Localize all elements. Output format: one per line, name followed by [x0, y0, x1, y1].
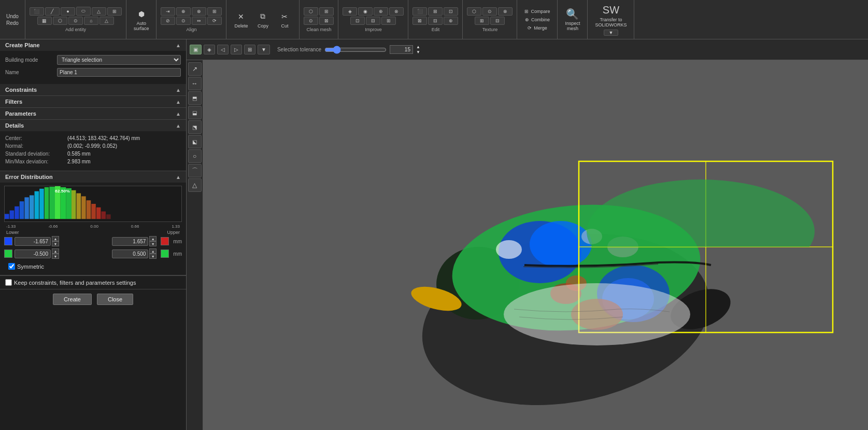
green-lower-input[interactable]	[15, 249, 51, 258]
edit-tool4[interactable]: ⊠	[412, 17, 427, 25]
delete-btn[interactable]: ✕ Delete	[231, 10, 251, 30]
edit-tool3[interactable]: ⊡	[444, 7, 458, 16]
add-entity-btn5[interactable]: △	[92, 7, 106, 16]
combine-btn[interactable]: ⊕ Combine	[521, 16, 553, 23]
add-entity-btn7[interactable]: ▦	[37, 17, 52, 25]
green-lower-up[interactable]: ▲	[52, 248, 59, 254]
improve-btn3[interactable]: ⊕	[374, 7, 388, 16]
add-entity-btn11[interactable]: △	[99, 17, 114, 25]
side-tool-arc[interactable]: ⌒	[188, 164, 202, 177]
align-btn7[interactable]: ⇔	[192, 17, 206, 25]
align-btn3[interactable]: ⊗	[192, 7, 206, 16]
red-upper-down[interactable]: ▼	[149, 241, 156, 246]
back-select-btn[interactable]: ◁	[217, 45, 229, 54]
redo-button[interactable]: Redo	[4, 20, 21, 26]
side-tool-plane1[interactable]: ⬒	[188, 91, 202, 105]
green-upper-input[interactable]	[112, 249, 148, 258]
copy-btn[interactable]: ⧉ Copy	[252, 10, 273, 30]
edit-tool5[interactable]: ⊟	[428, 17, 443, 25]
sphere-select-btn[interactable]: ◈	[204, 45, 215, 54]
add-entity-btn8[interactable]: ⬡	[53, 17, 67, 25]
texture-btn3[interactable]: ⊗	[498, 7, 513, 16]
improve-btn2[interactable]: ◉	[358, 7, 373, 16]
tolerance-slider[interactable]	[324, 46, 387, 54]
green-upper-up[interactable]: ▲	[149, 248, 156, 254]
side-tool-arrow[interactable]: ↗	[188, 62, 202, 76]
3d-viewport[interactable]	[203, 60, 868, 430]
green-upper-down[interactable]: ▼	[149, 254, 156, 259]
side-tool-triangle[interactable]: △	[188, 178, 202, 192]
edit-tool1[interactable]: ⬛	[412, 7, 427, 16]
solidworks-btn[interactable]: SW Transfer toSOLIDWORKS	[592, 4, 630, 29]
tolerance-value-input[interactable]	[390, 45, 413, 54]
improve-btn1[interactable]: ◈	[343, 7, 357, 16]
filters-header[interactable]: Filters ▲	[0, 96, 186, 107]
merge-btn[interactable]: ⟳ Merge	[521, 24, 553, 32]
blue-lower-down[interactable]: ▼	[52, 241, 59, 246]
solidworks-label: Transfer toSOLIDWORKS	[595, 17, 627, 27]
blue-lower-input[interactable]	[15, 237, 51, 246]
front-select-btn[interactable]: ▷	[231, 45, 242, 54]
red-upper-up[interactable]: ▲	[149, 236, 156, 241]
close-button[interactable]: Close	[97, 294, 133, 305]
compare-btn[interactable]: ⊞ Compare	[521, 8, 553, 15]
texture-btn1[interactable]: ⬡	[467, 7, 481, 16]
edit-tool6[interactable]: ⊕	[444, 17, 458, 25]
cut-btn[interactable]: ✂ Cut	[274, 10, 295, 30]
add-entity-btn9[interactable]: ⊙	[68, 17, 83, 25]
constraints-header[interactable]: Constraints ▲	[0, 84, 186, 95]
create-button[interactable]: Create	[53, 294, 92, 305]
side-tool-plane2[interactable]: ⬓	[188, 106, 202, 119]
clean-btn2[interactable]: ⊞	[319, 7, 334, 16]
inspect-mesh-btn[interactable]: 🔍 Inspectmesh	[562, 7, 583, 32]
add-entity-btn10[interactable]: ⌂	[84, 17, 98, 25]
name-input[interactable]	[57, 68, 181, 77]
add-entity-btn3[interactable]: ●	[61, 7, 75, 16]
keep-settings-checkbox[interactable]	[5, 279, 12, 286]
align-btn2[interactable]: ⊕	[176, 7, 191, 16]
clean-btn1[interactable]: ⬡	[304, 7, 318, 16]
combine-label: Combine	[531, 17, 550, 22]
side-tool-circle[interactable]: ○	[188, 149, 202, 163]
edit-tool2[interactable]: ⊞	[428, 7, 443, 16]
improve-btn6[interactable]: ⊟	[366, 17, 380, 25]
add-entity-btn4[interactable]: ⬭	[76, 7, 91, 16]
symmetric-checkbox[interactable]	[8, 263, 15, 270]
improve-btn7[interactable]: ⊞	[381, 17, 396, 25]
align-btn5[interactable]: ⊘	[161, 17, 175, 25]
add-entity-btn6[interactable]: ⊞	[107, 7, 122, 16]
improve-btn5[interactable]: ⊡	[350, 17, 365, 25]
building-mode-select[interactable]: Triangle selection	[57, 55, 181, 65]
create-plane-header[interactable]: Create Plane ▲	[0, 39, 186, 51]
clean-btn3[interactable]: ⊙	[304, 17, 318, 25]
align-btn1[interactable]: ⇥	[161, 7, 175, 16]
align-btn6[interactable]: ⊙	[176, 17, 191, 25]
align-btn8[interactable]: ⟳	[207, 17, 222, 25]
solidworks-dropdown[interactable]: ▼	[604, 30, 618, 36]
texture-btn4[interactable]: ⊞	[475, 17, 489, 25]
blue-lower-up[interactable]: ▲	[52, 236, 59, 241]
red-upper-input[interactable]	[112, 237, 148, 246]
align-btn4[interactable]: ⊞	[207, 7, 222, 16]
parameters-header[interactable]: Parameters ▲	[0, 108, 186, 119]
side-tool-plane3[interactable]: ⬔	[188, 120, 202, 134]
texture-btn2[interactable]: ⊙	[482, 7, 497, 16]
clean-btn4[interactable]: ⊠	[319, 17, 334, 25]
side-tool-move[interactable]: ↔	[188, 77, 202, 90]
axis-val-2: -0.66	[48, 224, 58, 229]
grid-select-btn[interactable]: ⊞	[244, 45, 255, 54]
add-entity-btn1[interactable]: ⬛	[30, 7, 44, 16]
side-tool-plane4[interactable]: ⬕	[188, 135, 202, 148]
normal-value: (0.002; -0.999; 0.052)	[67, 143, 117, 149]
tolerance-up-btn[interactable]: ▲▼	[416, 45, 420, 54]
green-lower-down[interactable]: ▼	[52, 254, 59, 259]
rect-select-btn[interactable]: ▣	[190, 45, 202, 54]
details-header[interactable]: Details ▲	[0, 120, 186, 131]
texture-btn5[interactable]: ⊟	[490, 17, 505, 25]
mode-dropdown-btn[interactable]: ▼	[258, 45, 270, 54]
improve-btn4[interactable]: ⊗	[389, 7, 404, 16]
error-dist-header[interactable]: Error Distribution ▲	[0, 171, 186, 183]
undo-button[interactable]: Undo	[4, 13, 21, 20]
add-entity-btn2[interactable]: ╱	[45, 7, 60, 16]
auto-surface-btn[interactable]: ⬢ Autosurface	[131, 7, 152, 32]
